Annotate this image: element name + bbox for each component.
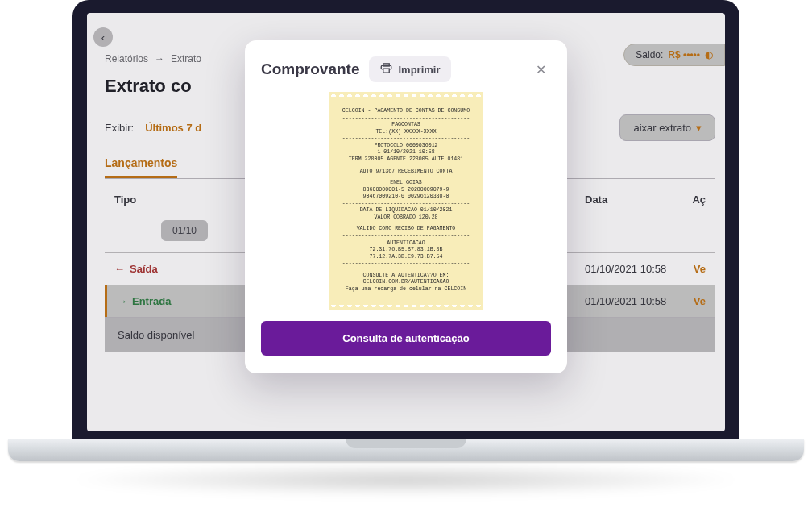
receipt-line: 83600000001-5 20280009079-9: [338, 187, 474, 194]
receipt-line: PAGCONTAS: [338, 122, 474, 129]
receipt-line: VALIDO COMO RECIBO DE PAGAMENTO: [338, 226, 474, 233]
receipt-line: TERM 228005 AGENTE 228005 AUTE 01481: [338, 156, 474, 164]
svg-rect-1: [383, 69, 390, 73]
receipt-line: PROTOCOLO 0000036012: [338, 143, 474, 150]
close-icon: ✕: [536, 62, 546, 77]
receipt-line: CELCOIN.COM.BR/AUTENTICACAO: [338, 279, 474, 286]
receipt-line: 77.12.7A.3D.E9.73.B7.54: [338, 254, 474, 261]
receipt: CELCOIN - PAGAMENTO DE CONTAS DE CONSUMO…: [329, 97, 483, 305]
receipt-divider: ----------------------------------------: [338, 201, 474, 208]
receipt-line: AUTO 971367 RECEBIMENTO CONTA: [338, 169, 474, 176]
printer-icon: [380, 62, 392, 77]
receipt-line: 72.31.76.B5.B7.83.1B.8B: [338, 247, 474, 254]
auth-consult-button[interactable]: Consulta de autenticação: [261, 321, 551, 356]
receipt-line: ENEL GOIAS: [338, 180, 474, 187]
modal-title: Comprovante: [261, 60, 359, 78]
close-button[interactable]: ✕: [530, 59, 551, 80]
receipt-divider: ----------------------------------------: [338, 135, 474, 143]
receipt-line: CONSULTE A AUTENTICA??O EM:: [338, 273, 474, 280]
receipt-line: TEL:(XX) XXXXX-XXXX: [338, 129, 474, 136]
receipt-divider: ----------------------------------------: [338, 260, 474, 268]
receipt-line: 90467009210-0 00296120330-0: [338, 194, 474, 201]
receipt-line: 1 01/10/2021 10:58: [338, 149, 474, 156]
receipt-line: AUTENTICACAO: [338, 240, 474, 248]
receipt-line: DATA DE LIQUIDACAO 01/10/2021: [338, 207, 474, 214]
receipt-modal: Comprovante Imprimir ✕ CELCOIN - PAGAMEN…: [245, 40, 567, 373]
print-label: Imprimir: [398, 64, 440, 76]
receipt-line: CELCOIN - PAGAMENTO DE CONTAS DE CONSUMO: [338, 108, 474, 115]
receipt-line: Faça uma recarga de celular na CELCOIN: [338, 286, 474, 293]
receipt-divider: ----------------------------------------: [338, 115, 474, 123]
receipt-line: VALOR COBRADO 120,28: [338, 214, 474, 222]
receipt-divider: ----------------------------------------: [338, 233, 474, 240]
print-button[interactable]: Imprimir: [369, 56, 451, 82]
